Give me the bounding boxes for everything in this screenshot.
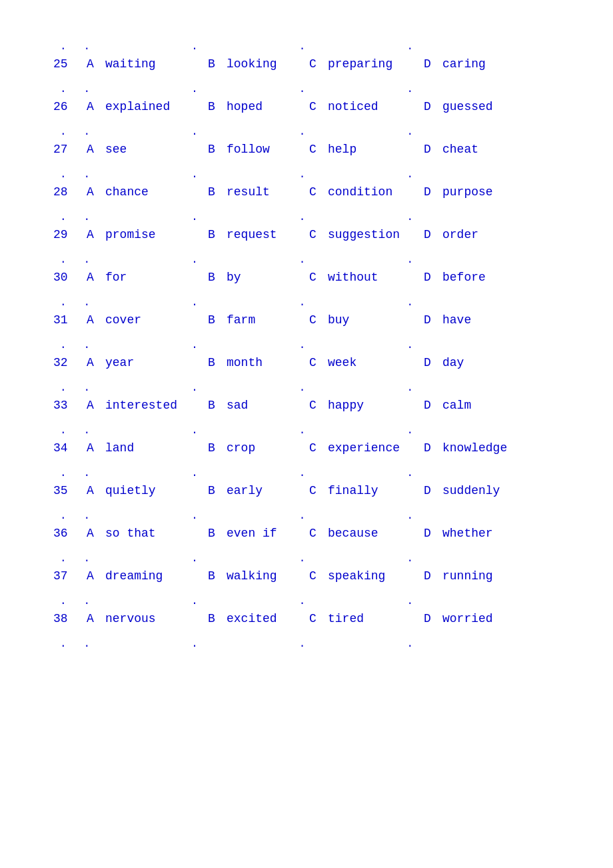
option-c-label: C <box>309 356 322 369</box>
dot: · <box>191 469 198 481</box>
dot: · <box>191 640 198 652</box>
option-b-label: B <box>208 313 221 327</box>
dot: · <box>60 427 67 439</box>
option-a-word: explained <box>105 100 199 113</box>
option-b-word: follow <box>227 143 300 156</box>
question-row: 26AexplainedBhopedCnoticedDguessed <box>53 100 560 125</box>
dot: · <box>406 512 413 524</box>
dot: · <box>191 171 198 183</box>
question-row: 29ApromiseBrequestCsuggestionDorder <box>53 228 560 253</box>
option-b-word: month <box>227 356 300 369</box>
question-number: 35 <box>53 484 77 497</box>
separator-dot-row: ····· <box>53 467 560 484</box>
separator-dot-row: ····· <box>53 637 560 655</box>
dot: · <box>84 299 91 311</box>
option-a-word: so that <box>105 527 199 540</box>
dot: · <box>191 128 198 140</box>
dot: · <box>60 171 67 183</box>
dot: · <box>406 640 413 652</box>
option-a-word: dreaming <box>105 569 199 583</box>
dot: · <box>191 384 198 396</box>
option-c-word: because <box>328 527 414 540</box>
option-d-label: D <box>424 271 437 284</box>
separator-dot-row: ····· <box>53 168 560 185</box>
option-b-label: B <box>208 356 221 369</box>
dot: · <box>60 43 67 55</box>
option-d-label: D <box>424 399 437 412</box>
option-d-label: D <box>424 185 437 199</box>
dot: · <box>299 85 306 97</box>
question-number: 36 <box>53 527 77 540</box>
option-c-label: C <box>309 612 322 625</box>
option-a-label: A <box>87 271 100 284</box>
option-c-word: noticed <box>328 100 414 113</box>
question-row: 30AforBbyCwithoutDbefore <box>53 271 560 296</box>
dot: · <box>84 85 91 97</box>
separator-dot-row: ····· <box>53 296 560 313</box>
option-b-label: B <box>208 100 221 113</box>
dot: · <box>299 341 306 353</box>
dot: · <box>84 597 91 609</box>
option-b-word: request <box>227 228 300 241</box>
option-d-label: D <box>424 484 437 497</box>
dot: · <box>299 384 306 396</box>
question-number: 33 <box>53 399 77 412</box>
option-c-label: C <box>309 484 322 497</box>
separator-dot-row: ····· <box>53 424 560 441</box>
option-b-label: B <box>208 271 221 284</box>
dot: · <box>84 43 91 55</box>
option-c-word: speaking <box>328 569 414 583</box>
option-c-word: happy <box>328 399 414 412</box>
option-c-label: C <box>309 57 322 71</box>
option-a-word: cover <box>105 313 199 327</box>
separator-dot-row: ····· <box>53 211 560 228</box>
dot: · <box>84 171 91 183</box>
dot: · <box>191 341 198 353</box>
option-a-label: A <box>87 441 100 455</box>
question-number: 30 <box>53 271 77 284</box>
dot: · <box>60 469 67 481</box>
option-a-label: A <box>87 356 100 369</box>
question-number: 32 <box>53 356 77 369</box>
question-number: 25 <box>53 57 77 71</box>
option-d-label: D <box>424 57 437 71</box>
option-a-word: quietly <box>105 484 199 497</box>
dot: · <box>191 43 198 55</box>
dot: · <box>299 256 306 268</box>
option-a-label: A <box>87 185 100 199</box>
option-c-word: help <box>328 143 414 156</box>
separator-dot-row: ····· <box>53 125 560 143</box>
option-c-word: experience <box>328 441 414 455</box>
question-row: 27AseeBfollowChelpDcheat <box>53 143 560 168</box>
dot: · <box>60 299 67 311</box>
option-c-label: C <box>309 185 322 199</box>
separator-dot-row: ····· <box>53 40 560 57</box>
option-b-word: by <box>227 271 300 284</box>
option-a-label: A <box>87 484 100 497</box>
option-b-label: B <box>208 612 221 625</box>
dot: · <box>406 341 413 353</box>
option-d-word: running <box>442 569 516 583</box>
option-d-label: D <box>424 356 437 369</box>
option-c-word: preparing <box>328 57 414 71</box>
option-d-label: D <box>424 143 437 156</box>
dot: · <box>84 640 91 652</box>
dot: · <box>406 171 413 183</box>
option-b-word: early <box>227 484 300 497</box>
question-row: 25AwaitingBlookingCpreparingDcaring <box>53 57 560 83</box>
option-d-word: calm <box>442 399 516 412</box>
option-c-word: condition <box>328 185 414 199</box>
option-b-label: B <box>208 185 221 199</box>
separator-dot-row: ····· <box>53 381 560 399</box>
question-row: 37AdreamingBwalkingCspeakingDrunning <box>53 569 560 595</box>
option-c-word: without <box>328 271 414 284</box>
option-d-word: knowledge <box>442 441 516 455</box>
separator-dot-row: ····· <box>53 509 560 527</box>
option-a-label: A <box>87 57 100 71</box>
option-d-word: cheat <box>442 143 516 156</box>
question-number: 27 <box>53 143 77 156</box>
question-number: 37 <box>53 569 77 583</box>
question-number: 38 <box>53 612 77 625</box>
question-row: 38AnervousBexcitedCtiredDworried <box>53 612 560 637</box>
dot: · <box>299 128 306 140</box>
